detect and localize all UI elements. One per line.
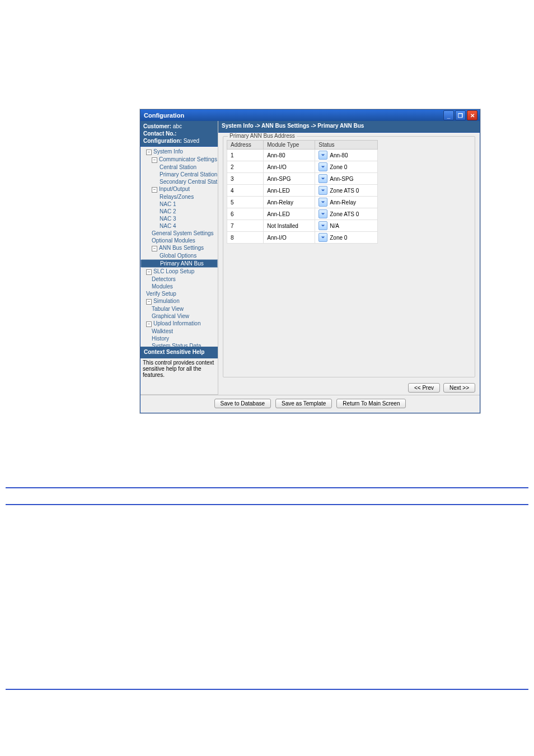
dropdown-arrow-icon[interactable] xyxy=(318,174,327,183)
tree-item[interactable]: NAC 4 xyxy=(140,222,218,230)
cell-address: 3 xyxy=(227,173,264,185)
module-type-value: Ann-LED xyxy=(267,211,290,217)
module-type-value: Ann-LED xyxy=(267,188,290,194)
tree-item[interactable]: Walktest xyxy=(140,328,218,335)
tree-item[interactable]: Detectors xyxy=(140,276,218,283)
tree-item[interactable]: Modules xyxy=(140,283,218,290)
tree-item[interactable]: Optional Modules xyxy=(140,237,218,244)
cell-status[interactable]: Zone 0 xyxy=(315,232,378,244)
table-row: 7Not InstalledN/A xyxy=(227,220,378,232)
tree-item[interactable]: Relays/Zones xyxy=(140,193,218,200)
cell-module-type[interactable]: Ann-80 xyxy=(264,150,315,161)
tree-item[interactable]: NAC 3 xyxy=(140,215,218,222)
cell-module-type[interactable]: Ann-I/O xyxy=(264,161,315,173)
dropdown-arrow-icon[interactable] xyxy=(318,233,327,242)
tree-item[interactable]: NAC 2 xyxy=(140,208,218,215)
cell-module-type[interactable]: Ann-I/O xyxy=(264,232,315,244)
tree-item[interactable]: −ANN Bus Settings xyxy=(140,244,218,252)
collapse-icon[interactable]: − xyxy=(146,150,152,155)
minimize-button[interactable]: _ xyxy=(443,110,454,120)
customer-value: abc xyxy=(173,123,182,129)
footer-buttons: Save to Database Save as Template Return… xyxy=(140,395,480,413)
tree-item-label: Primary Central Station xyxy=(160,171,217,178)
customer-label: Customer: xyxy=(143,123,173,129)
cell-address: 2 xyxy=(227,161,264,173)
col-status[interactable]: Status xyxy=(315,141,378,150)
tree-item[interactable]: History xyxy=(140,335,218,342)
collapse-icon[interactable]: − xyxy=(146,269,152,275)
tree-item[interactable]: −System Info xyxy=(140,148,218,156)
maximize-button[interactable]: ❐ xyxy=(455,110,466,120)
cell-status[interactable]: Zone ATS 0 xyxy=(315,208,378,220)
cell-module-type[interactable]: Ann-SPG xyxy=(264,173,315,185)
group-title: Primary ANN Bus Address xyxy=(228,133,297,139)
dropdown-arrow-icon[interactable] xyxy=(318,221,327,230)
tree-item-label: Upload Information xyxy=(153,320,201,326)
nav-buttons: << Prev Next >> xyxy=(218,381,480,395)
collapse-icon[interactable]: − xyxy=(146,321,152,327)
close-button[interactable]: ✕ xyxy=(467,110,477,120)
cell-status[interactable]: Ann-80 xyxy=(315,150,378,161)
tree-item[interactable]: −Input/Output xyxy=(140,185,218,193)
separator-line xyxy=(6,487,528,488)
tree-item[interactable]: Tabular View xyxy=(140,305,218,312)
tree-item[interactable]: Verify Setup xyxy=(140,290,218,297)
dropdown-arrow-icon[interactable] xyxy=(318,186,327,195)
help-header: Context Sensitive Help xyxy=(140,347,218,358)
save-as-template-button[interactable]: Save as Template xyxy=(275,399,332,408)
save-to-database-button[interactable]: Save to Database xyxy=(214,399,271,408)
nav-tree[interactable]: −System Info−Communicator SettingsCentra… xyxy=(140,147,218,347)
collapse-icon[interactable]: − xyxy=(152,157,157,163)
cell-module-type[interactable]: Not Installed xyxy=(264,220,315,232)
cell-status[interactable]: N/A xyxy=(315,220,378,232)
tree-item-label: NAC 1 xyxy=(160,201,176,207)
dropdown-arrow-icon[interactable] xyxy=(318,198,327,207)
tree-item[interactable]: Global Options xyxy=(140,252,218,259)
tree-item-label: Detectors xyxy=(152,276,176,282)
dropdown-arrow-icon[interactable] xyxy=(318,151,327,160)
prev-button[interactable]: << Prev xyxy=(408,383,440,393)
tree-item[interactable]: −Upload Information xyxy=(140,320,218,328)
tree-item[interactable]: System Status Data xyxy=(140,342,218,347)
cell-status[interactable]: Zone ATS 0 xyxy=(315,185,378,197)
cell-status[interactable]: Ann-Relay xyxy=(315,197,378,208)
cell-status[interactable]: Ann-SPG xyxy=(315,173,378,185)
tree-item-label: Relays/Zones xyxy=(160,194,194,200)
status-value: Zone ATS 0 xyxy=(330,188,359,194)
module-type-value: Ann-Relay xyxy=(267,199,293,206)
tree-item[interactable]: Secondary Central Station xyxy=(140,178,218,185)
col-address[interactable]: Address xyxy=(227,141,264,150)
tree-item-label: System Info xyxy=(153,148,183,155)
tree-item[interactable]: −Simulation xyxy=(140,297,218,305)
return-to-main-button[interactable]: Return To Main Screen xyxy=(336,399,406,408)
cell-status[interactable]: Zone 0 xyxy=(315,161,378,173)
dropdown-arrow-icon[interactable] xyxy=(318,162,327,171)
tree-item[interactable]: −SLC Loop Setup xyxy=(140,268,218,276)
config-value: Saved xyxy=(184,138,199,144)
cell-module-type[interactable]: Ann-LED xyxy=(264,208,315,220)
tree-item[interactable]: General System Settings xyxy=(140,230,218,237)
cell-module-type[interactable]: Ann-LED xyxy=(264,185,315,197)
table-row: 8Ann-I/OZone 0 xyxy=(227,232,378,244)
tree-item[interactable]: Graphical View xyxy=(140,312,218,320)
cell-address: 1 xyxy=(227,150,264,161)
collapse-icon[interactable]: − xyxy=(146,299,152,305)
tree-item-label: NAC 3 xyxy=(160,216,176,222)
tree-item[interactable]: Primary Central Station xyxy=(140,171,218,178)
cell-address: 8 xyxy=(227,232,264,244)
dropdown-arrow-icon[interactable] xyxy=(318,209,327,218)
tree-item[interactable]: Central Station xyxy=(140,164,218,171)
module-type-value: Ann-80 xyxy=(267,152,285,158)
next-button[interactable]: Next >> xyxy=(443,383,475,393)
collapse-icon[interactable]: − xyxy=(152,187,157,193)
col-module-type[interactable]: Module Type xyxy=(264,141,315,150)
cell-module-type[interactable]: Ann-Relay xyxy=(264,197,315,208)
tree-item[interactable]: NAC 1 xyxy=(140,200,218,208)
window-controls: _ ❐ ✕ xyxy=(443,110,477,120)
tree-item[interactable]: Primary ANN Bus xyxy=(140,259,218,268)
config-label: Configuration: xyxy=(143,138,184,144)
content-panel: System Info -> ANN Bus Settings -> Prima… xyxy=(218,121,480,395)
tree-item-label: Walktest xyxy=(152,328,173,334)
collapse-icon[interactable]: − xyxy=(152,246,157,251)
tree-item[interactable]: −Communicator Settings xyxy=(140,156,218,164)
